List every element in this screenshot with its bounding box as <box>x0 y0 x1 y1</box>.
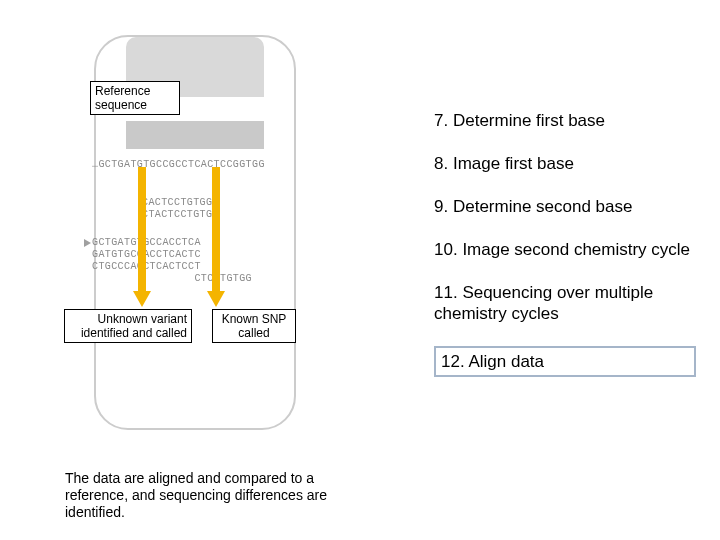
steps-list: 7. Determine first base 8. Image first b… <box>434 110 696 399</box>
reference-sequence-label: Reference sequence <box>90 81 180 115</box>
step-10: 10. Image second chemistry cycle <box>434 239 696 260</box>
grey-band <box>126 121 264 149</box>
step-9: 9. Determine second base <box>434 196 696 217</box>
reference-sequence-text: …GCTGATGTGCCGCCTCACTCCGGTGG <box>92 159 265 170</box>
diagram-panel: Reference sequence …GCTGATGTGCCGCCTCACTC… <box>70 35 320 430</box>
step-12-highlighted: 12. Align data <box>434 346 696 377</box>
variant-arrow-right <box>210 167 222 307</box>
step-7: 7. Determine first base <box>434 110 696 131</box>
variant-arrow-left <box>136 167 148 307</box>
read-stack-2: GCTGATGTGCCACCTCA GATGTGCCACCTCACTC CTGC… <box>92 237 252 285</box>
unknown-variant-label: Unknown variant identified and called <box>64 309 192 343</box>
arrow-down-icon <box>133 291 151 307</box>
known-snp-label: Known SNP called <box>212 309 296 343</box>
read-stack-1: CACTCCTGTGG CTACTCCTGTGG <box>142 197 219 221</box>
arrow-shaft <box>212 167 220 293</box>
step-11: 11. Sequencing over multiple chemistry c… <box>434 282 696 324</box>
arrow-shaft <box>138 167 146 293</box>
step-8: 8. Image first base <box>434 153 696 174</box>
arrow-down-icon <box>207 291 225 307</box>
diagram-caption: The data are aligned and compared to a r… <box>65 470 365 521</box>
read-arrow-icon <box>84 239 91 247</box>
